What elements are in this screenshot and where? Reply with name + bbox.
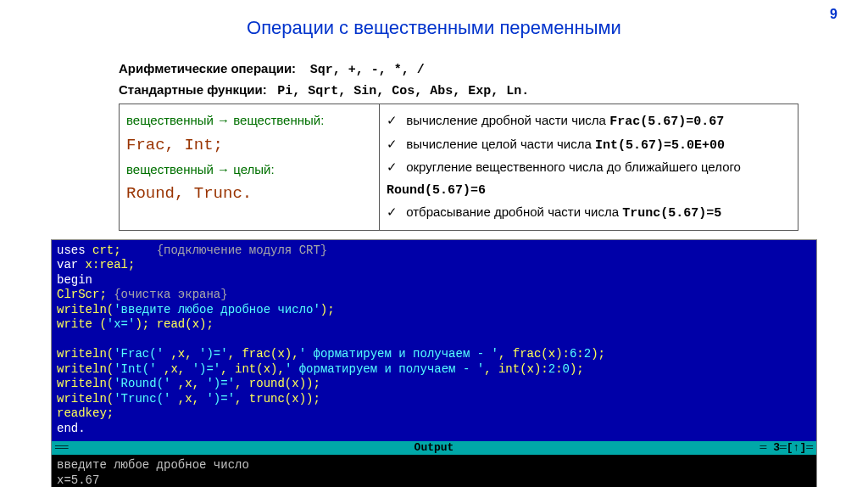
std-label: Стандартные функции:	[119, 82, 267, 97]
code-l8i: :	[555, 362, 562, 376]
code-l8b: 'Int('	[114, 362, 164, 376]
kw-var: var	[57, 258, 86, 271]
code-xreal: x:real;	[86, 258, 136, 271]
code-l9a: writeln(	[57, 377, 114, 390]
code-l9c: ,x,	[178, 377, 207, 390]
str-xeq: 'x='	[107, 317, 136, 331]
code-l10b: 'Trunc('	[114, 392, 178, 406]
code-l9e: , round(x));	[235, 377, 320, 390]
content-block: Арифметические операции: Sqr, +, -, *, /…	[119, 61, 766, 231]
code-l10c: ,x,	[178, 392, 207, 406]
code-l8h: 2	[548, 362, 555, 376]
output-label: Output	[415, 441, 454, 454]
desc-int: вычисление целой части числа Int(5.67)=5…	[387, 133, 791, 157]
code-l7e: , frac(x),	[228, 347, 299, 361]
kw-begin: begin	[57, 273, 92, 287]
table-left-column: вещественный → вещественный: Frac, Int; …	[120, 104, 380, 230]
code-editor: uses crt; {подключение модуля CRT} var x…	[52, 240, 816, 442]
page-number: 9	[830, 7, 837, 22]
arith-label: Арифметические операции:	[119, 61, 296, 76]
code-l8e: , int(x),	[220, 362, 285, 376]
std-funcs: Pi, Sqrt, Sin, Cos, Abs, Exp, Ln.	[277, 84, 529, 98]
code-l10e: , trunc(x));	[235, 392, 320, 406]
code-l7d: ')='	[199, 347, 228, 361]
code-readkey: readkey;	[57, 406, 114, 420]
conversion-table: вещественный → вещественный: Frac, Int; …	[119, 104, 798, 231]
code-writeln1a: writeln(	[57, 303, 114, 316]
arith-funcs: Sqr, +, -, *, /	[310, 63, 425, 77]
out-2: x=5.67	[57, 473, 99, 487]
desc-trunc: отбрасывание дробной части числа Trunc(5…	[387, 201, 791, 225]
code-l7c: ,x,	[170, 347, 199, 361]
code-l7b: 'Frac('	[114, 347, 170, 361]
code-l8k: );	[570, 362, 584, 376]
desc-frac-code: Frac(5.67)=0.67	[609, 115, 724, 129]
cmt-clear: {очистка экрана}	[114, 288, 227, 301]
real-to-int-label: вещественный → целый:	[126, 159, 372, 181]
ide-window: uses crt; {подключение модуля CRT} var x…	[51, 239, 817, 488]
desc-int-text: вычисление целой части числа	[406, 137, 595, 151]
desc-round: округление вещественного числа до ближай…	[387, 156, 791, 201]
code-l7g: , frac(x):	[498, 347, 570, 361]
std-line: Стандартные функции: Pi, Sqrt, Sin, Cos,…	[119, 82, 766, 98]
frac-int-funcs: Frac, Int;	[126, 132, 372, 159]
code-l8a: writeln(	[57, 362, 114, 376]
code-l8d: ')='	[192, 362, 221, 376]
output-console: введите любое дробное число x=5.67 Frac(…	[52, 455, 816, 487]
code-l7i: :	[576, 347, 583, 361]
code-write1a: write (	[57, 317, 107, 331]
str-prompt: 'введите любое дробное число'	[114, 303, 320, 316]
code-l10a: writeln(	[57, 392, 114, 406]
code-l8c: ,x,	[164, 362, 192, 376]
code-l7k: );	[591, 347, 605, 361]
desc-frac: вычисление дробной части числа Frac(5.67…	[387, 109, 791, 133]
code-l10d: ')='	[206, 392, 235, 406]
desc-int-code: Int(5.67)=5.0E+00	[595, 138, 725, 153]
code-l7f: ' форматируем и получаем - '	[299, 347, 498, 361]
code-l8g: , int(x):	[484, 362, 548, 376]
desc-trunc-code: Trunc(5.67)=5	[622, 206, 721, 221]
output-divider: Output	[52, 441, 816, 455]
out-1: введите любое дробное число	[57, 458, 249, 472]
kw-uses: uses	[57, 244, 92, 257]
desc-round-text: округление вещественного числа до ближай…	[406, 160, 741, 174]
real-to-real-label: вещественный → вещественный:	[126, 109, 372, 132]
round-trunc-funcs: Round, Trunc.	[126, 180, 372, 207]
code-l7j: 2	[584, 347, 591, 361]
code-l9d: ')='	[206, 377, 235, 390]
code-l8j: 0	[563, 362, 570, 376]
code-write1c: ); read(x);	[135, 317, 213, 331]
slide: 9 Операции с вещественными переменными А…	[0, 0, 868, 487]
code-l8f: ' форматируем и получаем - '	[285, 362, 484, 376]
table-right-column: вычисление дробной части числа Frac(5.67…	[380, 104, 798, 230]
code-crt: crt;	[92, 244, 157, 257]
code-writeln1c: );	[320, 303, 335, 316]
desc-trunc-text: отбрасывание дробной части числа	[406, 204, 622, 219]
arith-line: Арифметические операции: Sqr, +, -, *, /	[119, 61, 766, 77]
kw-end: end.	[57, 422, 86, 435]
cmt-crt: {подключение модуля CRT}	[157, 244, 328, 257]
desc-round-code: Round(5.67)=6	[387, 183, 486, 198]
desc-frac-text: вычисление дробной части числа	[406, 113, 609, 127]
page-title: Операции с вещественными переменными	[25, 17, 843, 39]
code-l7a: writeln(	[57, 347, 114, 361]
code-clrscr: ClrScr;	[57, 288, 114, 301]
code-l9b: 'Round('	[114, 377, 178, 390]
